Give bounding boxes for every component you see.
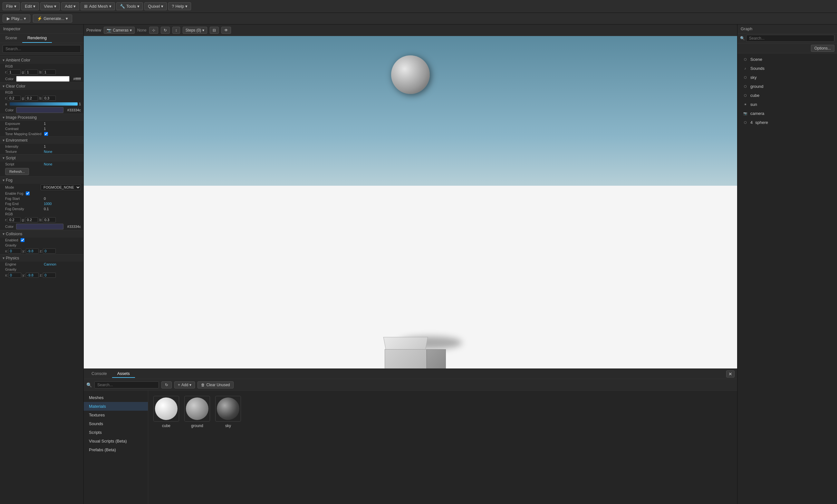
edit-menu[interactable]: Edit ▾ [21, 2, 39, 10]
category-visual-scripts[interactable]: Visual Scripts (Beta) [84, 437, 148, 445]
assets-search-input[interactable] [94, 381, 159, 389]
tab-console[interactable]: Console [86, 370, 112, 378]
play-chevron-icon: ▾ [24, 16, 26, 21]
physics-z-input[interactable] [43, 273, 56, 278]
view-menu-label: View [44, 4, 53, 9]
graph-search-input[interactable] [746, 35, 834, 42]
cube-top-face [384, 337, 428, 351]
fog-r-input[interactable] [8, 217, 21, 222]
contrast-row: Contrast 1 [0, 126, 84, 131]
script-value: None [44, 162, 52, 166]
section-fog[interactable]: Fog [0, 176, 84, 184]
clear-r-input[interactable] [8, 96, 21, 101]
clear-b-input[interactable] [43, 96, 56, 101]
graph-options-button[interactable]: Options... [811, 45, 834, 52]
collisions-z-input[interactable] [43, 248, 56, 254]
cameras-button[interactable]: 📷 Cameras ▾ [104, 27, 135, 34]
asset-cube[interactable]: cube [153, 396, 179, 428]
preview-scene[interactable] [84, 36, 737, 369]
ambient-color-swatch[interactable] [16, 76, 69, 82]
graph-item-sounds[interactable]: ♪ Sounds [737, 64, 837, 73]
category-prefabs[interactable]: Prefabs (Beta) [84, 445, 148, 454]
tab-scene[interactable]: Scene [0, 34, 22, 43]
ambient-color-hex: #ffffff [72, 77, 81, 81]
add-mesh-menu[interactable]: ⊞ Add Mesh ▾ [81, 2, 115, 10]
clear-rgb-label: RGB [0, 90, 84, 95]
section-image-processing[interactable]: Image Processing [0, 114, 84, 121]
graph-item-ground[interactable]: ⬡ ground [737, 82, 837, 91]
asset-sky[interactable]: sky [215, 396, 241, 428]
view-menu[interactable]: View ▾ [40, 2, 60, 10]
asset-ground[interactable]: ground [184, 396, 210, 428]
graph-item-sky[interactable]: ⬡ sky [737, 73, 837, 82]
ambient-g-input[interactable] [25, 70, 38, 75]
section-environment[interactable]: Environment [0, 136, 84, 144]
graph-item-sun-label: sun [750, 102, 757, 107]
category-textures[interactable]: Textures [84, 411, 148, 419]
clear-color-swatch[interactable] [16, 107, 63, 113]
category-sounds[interactable]: Sounds [84, 419, 148, 428]
generate-button[interactable]: ⚡ Generate... ▾ [33, 15, 72, 22]
fog-mode-select[interactable]: FOGMODE_NONE [41, 184, 81, 190]
graph-item-camera[interactable]: 📷 camera [737, 109, 837, 118]
ambient-color-row: Color #ffffff [0, 75, 84, 82]
camera-graph-icon: 📷 [743, 111, 748, 116]
steps-button[interactable]: Steps (0) ▾ [183, 27, 208, 34]
category-materials[interactable]: Materials [84, 402, 148, 411]
physics-y-input[interactable] [26, 273, 39, 278]
graph-title: Graph [737, 24, 837, 34]
enable-fog-checkbox[interactable] [26, 191, 30, 195]
graph-item-sun[interactable]: ☀ sun [737, 100, 837, 109]
physics-x-input[interactable] [8, 273, 21, 278]
refresh-button[interactable]: Refresh... [5, 168, 29, 175]
add-mesh-chevron-icon: ▾ [109, 4, 111, 9]
collisions-x-input[interactable] [8, 248, 21, 254]
clear-alpha-bar[interactable] [10, 102, 78, 106]
help-menu[interactable]: ? Help ▾ [168, 2, 191, 10]
section-collisions[interactable]: Collisions [0, 230, 84, 238]
section-script[interactable]: Script [0, 154, 84, 162]
clear-unused-button[interactable]: 🗑 Clear Unused [197, 381, 233, 389]
file-menu[interactable]: File ▾ [3, 2, 20, 10]
play-button[interactable]: ▶ Play... ▾ [3, 15, 30, 22]
inspector-search-input[interactable] [3, 45, 81, 53]
bottom-panel: Console Assets ✕ 🔍 ↻ + Add ▾ 🗑 [84, 369, 737, 504]
scale-button[interactable]: ↕ [172, 27, 180, 34]
category-scripts[interactable]: Scripts [84, 428, 148, 437]
clear-g-input[interactable] [25, 96, 38, 101]
graph-item-sphere[interactable]: ⬡ 4 sphere [737, 118, 837, 127]
fog-g-input[interactable] [25, 217, 38, 222]
ambient-r-input[interactable] [8, 70, 21, 75]
section-clear-color[interactable]: Clear Color [0, 82, 84, 90]
sphere-object [391, 55, 430, 94]
section-ambient-color[interactable]: Ambient Color [0, 56, 84, 64]
tools-menu[interactable]: 🔧 Tools ▾ [116, 2, 143, 10]
fog-color-swatch[interactable] [16, 224, 63, 229]
collisions-y-input[interactable] [26, 248, 39, 254]
collisions-enabled-checkbox[interactable] [21, 238, 24, 242]
file-chevron-icon: ▾ [14, 4, 16, 9]
search-icon: 🔍 [86, 382, 92, 388]
bottom-close-button[interactable]: ✕ [726, 370, 734, 377]
fog-b-input[interactable] [43, 217, 56, 222]
quixel-menu[interactable]: Quixel ▾ [144, 2, 167, 10]
fog-mode-row: Mode FOGMODE_NONE [0, 184, 84, 191]
tone-mapping-checkbox[interactable] [44, 132, 48, 136]
bottom-tabs: Console Assets ✕ [84, 369, 737, 379]
refresh-assets-button[interactable]: ↻ [161, 381, 172, 389]
grid-button[interactable]: ⊟ [210, 27, 219, 34]
graph-item-cube[interactable]: ⬡ cube [737, 91, 837, 100]
eye-button[interactable]: 👁 [221, 27, 231, 34]
add-menu[interactable]: Add ▾ [61, 2, 79, 10]
graph-item-scene[interactable]: ⬡ Scene [737, 55, 837, 64]
add-assets-button[interactable]: + Add ▾ [174, 381, 195, 389]
tab-rendering[interactable]: Rendering [22, 34, 52, 43]
tab-assets[interactable]: Assets [112, 370, 135, 378]
section-physics[interactable]: Physics [0, 254, 84, 262]
translate-button[interactable]: ⊹ [149, 27, 158, 34]
graph-item-scene-label: Scene [750, 57, 762, 62]
ambient-b-input[interactable] [43, 70, 56, 75]
rotate-button[interactable]: ↻ [161, 27, 170, 34]
category-meshes[interactable]: Meshes [84, 393, 148, 402]
graph-item-cube-label: cube [750, 93, 759, 98]
